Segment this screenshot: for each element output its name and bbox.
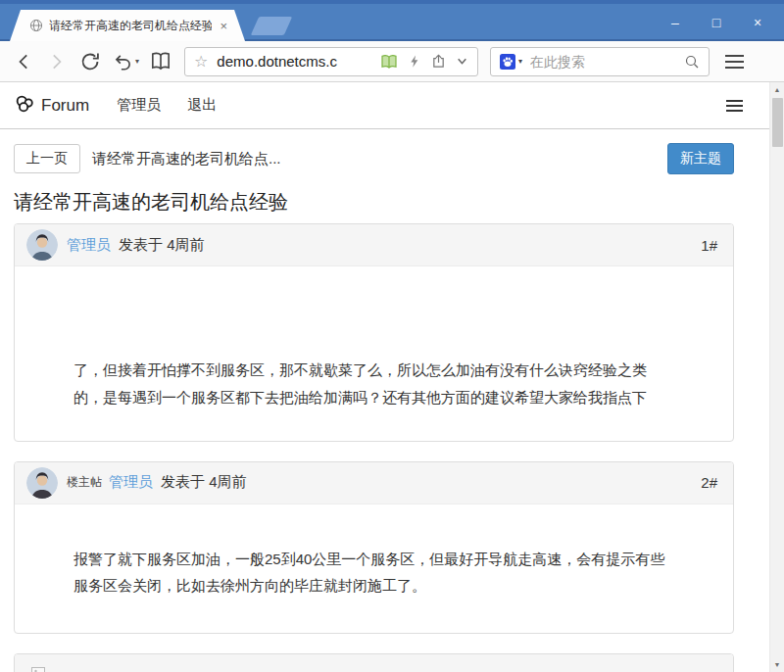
engine-dropdown-caret-icon[interactable]: ▾	[518, 57, 522, 66]
post-header: 管理员 发表于 4周前 1#	[15, 224, 733, 266]
browser-toolbar: ▾ ☆ demo.dotnetcms.c	[0, 41, 784, 82]
window-controls: – □ ×	[655, 4, 778, 41]
search-icon[interactable]	[684, 54, 700, 70]
address-bar[interactable]: ☆ demo.dotnetcms.c	[184, 47, 478, 76]
previous-page-button[interactable]: 上一页	[14, 144, 80, 173]
search-input[interactable]	[530, 54, 684, 70]
share-icon[interactable]	[431, 54, 446, 69]
author-link[interactable]: 管理员	[109, 473, 153, 492]
post-content: 报警了就下服务区加油，一般25到40公里一个服务区，但最好开导航走高速，会有提示…	[15, 504, 733, 634]
tab-close-icon[interactable]: ×	[218, 19, 229, 33]
tab-title: 请经常开高速的老司机给点经验	[49, 18, 212, 34]
url-text: demo.dotnetcms.c	[217, 53, 370, 70]
new-topic-button[interactable]: 新主题	[667, 143, 734, 174]
forum-logo-icon	[14, 93, 35, 119]
site-nav: Forum 管理员 退出	[0, 82, 769, 129]
broken-image-icon	[30, 665, 46, 672]
brand-name: Forum	[41, 96, 89, 116]
author-link[interactable]: 管理员	[67, 236, 111, 255]
undo-dropdown-caret-icon[interactable]: ▾	[135, 57, 139, 66]
close-button[interactable]: ×	[737, 4, 778, 41]
globe-icon	[29, 19, 43, 32]
browser-titlebar: 请经常开高速的老司机给点经验 × – □ ×	[0, 0, 784, 41]
avatar[interactable]	[26, 467, 58, 499]
back-icon[interactable]	[14, 51, 35, 72]
nav-item-admin[interactable]: 管理员	[117, 96, 161, 115]
chevron-down-icon[interactable]	[456, 55, 468, 68]
new-tab-button[interactable]	[251, 17, 292, 35]
scrollbar[interactable]: ▲ ▼	[769, 82, 784, 672]
post-card-partial	[14, 653, 734, 672]
post-floor-number: 1#	[701, 237, 717, 254]
browser-tab[interactable]: 请经常开高速的老司机给点经验 ×	[10, 10, 245, 41]
scrollbar-thumb[interactable]	[772, 98, 783, 147]
maximize-button[interactable]: □	[696, 4, 737, 41]
post-card: 楼主帖 管理员 发表于 4周前 2# 报警了就下服务区加油，一般25到40公里一…	[14, 461, 734, 635]
site-menu-icon[interactable]	[723, 97, 746, 115]
avatar[interactable]	[26, 229, 58, 261]
scroll-up-icon[interactable]: ▲	[774, 82, 781, 97]
page-title: 请经常开高速的老司机给点经验	[14, 188, 756, 216]
nav-item-logout[interactable]: 退出	[187, 96, 217, 115]
post-header	[15, 654, 733, 672]
refresh-icon[interactable]	[78, 50, 102, 73]
post-header: 楼主帖 管理员 发表于 4周前 2#	[15, 462, 733, 504]
baidu-engine-icon[interactable]	[500, 54, 515, 70]
bookmarks-icon[interactable]	[149, 51, 172, 72]
brand-link[interactable]: Forum	[14, 93, 89, 119]
post-meta: 发表于 4周前	[119, 236, 205, 255]
breadcrumb-current: 请经常开高速的老司机给点...	[92, 150, 281, 168]
lightning-icon[interactable]	[408, 54, 421, 69]
post-meta: 发表于 4周前	[161, 473, 247, 492]
bookmark-star-icon[interactable]: ☆	[194, 52, 208, 71]
undo-icon[interactable]: ▾	[112, 51, 139, 72]
minimize-button[interactable]: –	[655, 4, 696, 41]
breadcrumb: 上一页 请经常开高速的老司机给点... 新主题	[14, 143, 734, 174]
browser-menu-icon[interactable]	[723, 51, 746, 72]
post-content: 了，但接着开怕撑不到服务区，那不就歇菜了么，所以怎么加油有没有什么诀窍经验之类的…	[15, 266, 733, 441]
search-box[interactable]: ▾	[490, 47, 710, 76]
original-poster-badge: 楼主帖	[67, 474, 102, 491]
forward-icon[interactable]	[45, 51, 67, 72]
post-card: 管理员 发表于 4周前 1# 了，但接着开怕撑不到服务区，那不就歇菜了么，所以怎…	[14, 223, 734, 442]
reader-mode-icon[interactable]	[380, 54, 398, 70]
page-viewport: ▲ ▼ Forum 管理员 退出 上一页 请经常开高速的老司机给点...	[0, 82, 784, 672]
post-floor-number: 2#	[701, 474, 717, 491]
scroll-down-icon[interactable]: ▼	[774, 657, 781, 672]
